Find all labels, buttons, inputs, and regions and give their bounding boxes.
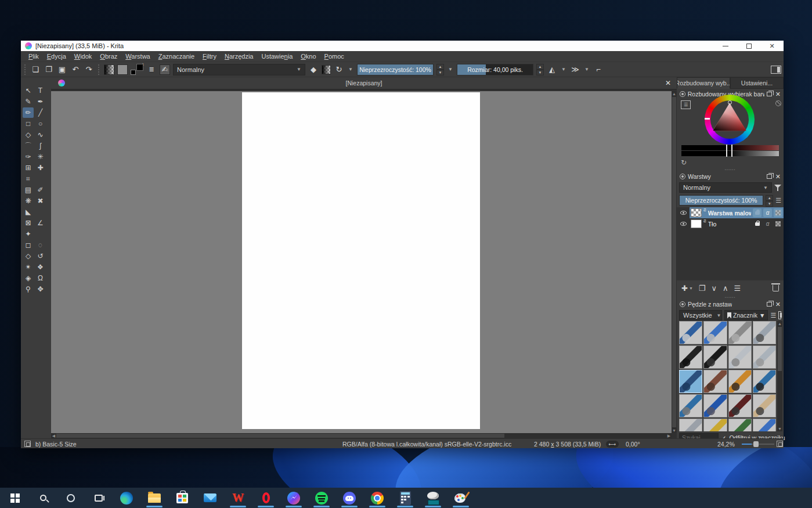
magnetic-select-tool[interactable]: Ω [35, 273, 46, 283]
layer-visibility-toggle[interactable] [677, 222, 690, 226]
eraser-mode-icon[interactable]: ◆ [308, 64, 319, 75]
colorize-mask-tool[interactable]: ✖ [35, 196, 46, 206]
edit-shapes-tool[interactable]: ✎ [23, 96, 34, 107]
brush-preset-tile[interactable] [703, 419, 727, 431]
mirror-vertical-icon[interactable]: ≫ [570, 64, 580, 75]
brush-preset-tile[interactable] [703, 345, 727, 369]
scrollbar-thumb[interactable] [56, 434, 504, 438]
brush-preset-tile[interactable] [679, 321, 702, 344]
layer-thumbnail[interactable] [691, 208, 702, 217]
brush-preset-tile[interactable] [728, 419, 752, 431]
tab-advanced-color-selector[interactable]: Rozbudowany wyb... [677, 77, 730, 89]
preset-filter-combobox[interactable]: Wszystkie ▼ [679, 310, 722, 320]
color-sampler-tool[interactable]: ✐ [35, 185, 46, 195]
pan-tool[interactable]: ✥ [35, 284, 46, 294]
document-close-icon[interactable]: ✕ [665, 79, 671, 87]
layer-inherit-alpha-icon[interactable] [774, 208, 782, 217]
rect-select-tool[interactable]: ◻ [23, 240, 34, 250]
taskbar-cortana-icon[interactable] [57, 488, 85, 508]
layer-filter-icon[interactable] [774, 184, 781, 191]
float-docker-icon[interactable] [767, 302, 772, 307]
brush-preset-tile[interactable] [753, 394, 776, 417]
brush-preset-tile[interactable] [753, 321, 776, 344]
brush-size-spinner[interactable]: ▲▼ [536, 64, 544, 75]
brush-preset-tile[interactable] [753, 345, 776, 369]
brush-preset-tile[interactable] [703, 321, 727, 344]
vertical-scrollbar[interactable]: ▲ ▼ [672, 91, 677, 433]
duplicate-layer-button[interactable]: ❐ [699, 284, 706, 293]
close-docker-icon[interactable]: ✕ [775, 174, 781, 179]
save-icon[interactable]: ▣ [57, 64, 67, 75]
menu-warstwa[interactable]: Warstwa [121, 53, 154, 60]
zoom-slider[interactable] [742, 441, 774, 448]
close-docker-icon[interactable]: ✕ [775, 91, 781, 97]
scroll-up-arrow[interactable]: ▲ [672, 91, 677, 96]
taskbar-file-explorer-icon[interactable] [140, 488, 168, 508]
rectangle-tool[interactable]: □ [23, 118, 34, 129]
text-tool[interactable]: T [35, 85, 46, 96]
layer-lock-icon[interactable] [753, 208, 762, 217]
brush-preset-tile[interactable] [679, 394, 702, 417]
toolbar-grip[interactable] [98, 64, 100, 75]
opacity-slider[interactable]: Nieprzezroczystość: 100% [357, 64, 434, 75]
float-docker-icon[interactable] [767, 174, 772, 179]
taskbar-task-view-icon[interactable] [85, 488, 113, 508]
zoom-tool[interactable]: ⚲ [23, 284, 34, 294]
brush-preset-tile[interactable] [679, 345, 702, 369]
taskbar-chrome-icon[interactable] [363, 488, 391, 508]
delete-layer-button[interactable] [773, 285, 779, 291]
polygon-select-tool[interactable]: ◇ [23, 251, 34, 261]
taskbar-store-icon[interactable] [168, 488, 196, 508]
smart-patch-tool[interactable]: ❋ [23, 196, 34, 206]
chevron-down-icon[interactable]: ▼ [347, 67, 354, 72]
selector-settings-button[interactable]: ☰ [681, 100, 691, 109]
brush-preset-tile[interactable] [703, 370, 727, 393]
layer-row[interactable]: ƧTłoα [677, 218, 784, 229]
preset-scrollbar[interactable]: ▲ ▼ [777, 321, 782, 431]
taskbar-wps-office-icon[interactable]: W [224, 488, 252, 508]
taskbar-messenger-icon[interactable] [280, 488, 308, 508]
redo-icon[interactable]: ↷ [84, 64, 94, 75]
preset-display-mode-icon[interactable] [778, 311, 781, 319]
docker-lock-icon[interactable] [680, 174, 685, 179]
chevron-down-icon[interactable]: ▼ [560, 67, 567, 72]
add-layer-button[interactable]: ✚ [681, 284, 688, 293]
title-bar[interactable]: [Niezapisany] (33,5 MiB) - Krita ✕ [21, 41, 784, 51]
menu-edycja[interactable]: Edycja [43, 53, 70, 60]
taskbar-spotify-icon[interactable] [308, 488, 335, 508]
workspace-chooser-icon[interactable] [771, 66, 781, 74]
pan-reset-icon[interactable]: ⟷ [606, 441, 619, 448]
taskbar-opera-icon[interactable] [252, 488, 280, 508]
layer-row[interactable]: ƧWarstwa malowa...α [677, 207, 784, 218]
layer-properties-button[interactable]: ☰ [734, 284, 741, 293]
menu-narzdzia[interactable]: Narzędzia [221, 53, 258, 60]
close-docker-icon[interactable]: ✕ [775, 301, 781, 307]
color-history-icon[interactable]: ↻ [681, 158, 687, 167]
menu-ustawienia[interactable]: Ustawienia [257, 53, 297, 60]
menu-obraz[interactable]: Obraz [96, 53, 121, 60]
brush-preset-tile[interactable] [703, 394, 727, 417]
hue-ring[interactable] [705, 95, 755, 145]
new-document-icon[interactable]: ❏ [30, 64, 41, 75]
move-layer-down-button[interactable]: ∨ [712, 284, 717, 293]
brush-preset-tile[interactable] [728, 370, 752, 393]
float-docker-icon[interactable] [767, 92, 772, 96]
scroll-up-arrow[interactable]: ▲ [777, 321, 782, 326]
no-color-icon[interactable] [775, 100, 781, 106]
polygon-tool[interactable]: ◇ [23, 129, 34, 140]
layer-thumbnail[interactable] [691, 219, 702, 228]
preset-list-view-icon[interactable]: ☰ [770, 312, 776, 319]
shade-strip-1[interactable] [681, 145, 779, 150]
brush-option-slider-icon[interactable]: ≣ [146, 64, 157, 75]
layer-blending-mode-combobox[interactable]: Normalny ▼ [679, 182, 772, 193]
shade-strip-2[interactable] [681, 151, 779, 156]
ellipse-tool[interactable]: ○ [35, 118, 46, 129]
bezier-curve-tool[interactable]: ⌒ [23, 140, 34, 151]
layer-inherit-alpha-icon[interactable] [774, 219, 782, 228]
gradient-chooser[interactable] [104, 64, 114, 75]
taskbar-search-icon[interactable] [29, 488, 57, 508]
taskbar-start-icon[interactable] [1, 488, 29, 508]
canvas-page[interactable] [242, 92, 480, 429]
measure-tool[interactable]: ∠ [35, 218, 46, 228]
menu-filtry[interactable]: Filtry [199, 53, 221, 60]
